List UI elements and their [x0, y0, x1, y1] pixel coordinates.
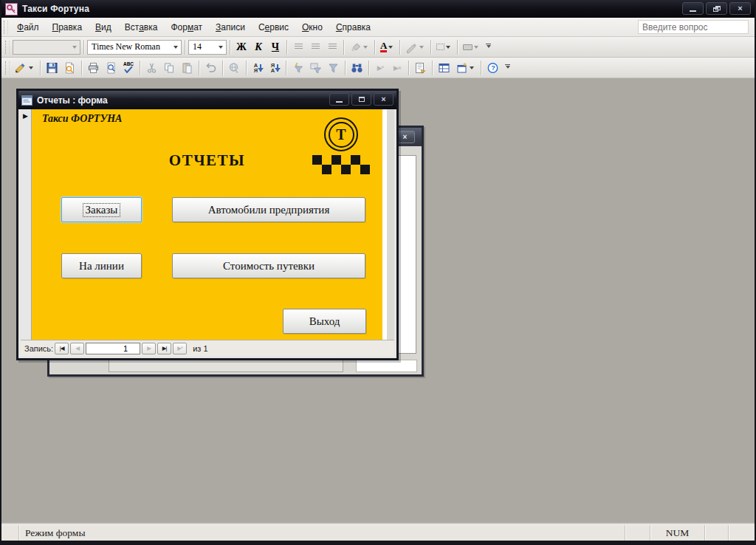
spelling-icon: ABC — [123, 62, 134, 73]
close-button[interactable]: × — [729, 2, 751, 15]
bold-button[interactable]: Ж — [233, 39, 250, 55]
sort-descending-button[interactable]: ЯА — [267, 60, 283, 76]
italic-button[interactable]: К — [250, 39, 267, 55]
menu-records[interactable]: Записи — [209, 19, 252, 35]
apply-filter-button[interactable] — [325, 60, 342, 76]
on-line-button[interactable]: На линии — [61, 253, 142, 278]
mdi-workspace: × Отчеты : форма × — [1, 78, 755, 524]
cut-button[interactable] — [143, 60, 160, 76]
line-color-pen-icon — [405, 41, 418, 53]
align-center-icon — [312, 44, 320, 50]
sort-ascending-button[interactable]: АЯ — [250, 60, 266, 76]
help-button[interactable]: ? — [484, 60, 501, 76]
menu-insert[interactable]: Вставка — [118, 19, 165, 35]
menu-file[interactable]: Файл — [10, 19, 46, 35]
trip-cost-button[interactable]: Стоимость путевки — [172, 253, 365, 278]
properties-button[interactable] — [412, 60, 429, 76]
print-button[interactable] — [85, 60, 102, 76]
app-titlebar: Такси Фортуна × — [1, 0, 755, 18]
status-bar: Режим формы NUM — [1, 524, 755, 541]
copy-button[interactable] — [161, 60, 178, 76]
reports-window-titlebar[interactable]: Отчеты : форма × — [18, 91, 396, 109]
record-selector[interactable]: ▶ — [21, 109, 32, 340]
menu-help[interactable]: Справка — [329, 19, 377, 35]
file-search-icon — [63, 62, 76, 74]
menu-view[interactable]: Вид — [89, 19, 118, 35]
status-left-cell — [1, 525, 19, 541]
border-style-button[interactable] — [434, 39, 454, 55]
status-cell — [625, 525, 650, 541]
copy-icon — [163, 62, 176, 74]
close-button[interactable]: × — [374, 93, 394, 106]
font-color-button[interactable]: A — [378, 39, 396, 55]
first-record-button[interactable]: |◀ — [55, 343, 69, 354]
toolbar-grip[interactable] — [5, 61, 10, 75]
next-record-button[interactable]: ▶ — [142, 343, 156, 354]
line-color-button[interactable] — [403, 39, 427, 55]
spelling-button[interactable]: ABC — [120, 60, 137, 76]
orders-button[interactable]: Заказы — [61, 197, 142, 222]
menu-edit[interactable]: Правка — [46, 19, 89, 35]
menu-grip[interactable] — [4, 21, 8, 34]
maximize-button[interactable] — [351, 93, 371, 106]
record-count-label: из 1 — [193, 344, 207, 353]
save-button[interactable] — [44, 60, 61, 76]
current-record-input[interactable] — [86, 343, 140, 354]
object-combo[interactable] — [13, 40, 80, 55]
new-record-button[interactable]: ▶* — [372, 60, 388, 76]
new-record-button[interactable]: ▶* — [173, 343, 187, 354]
formatting-toolbar: Times New Roman 14 Ж К Ч A — [1, 37, 755, 58]
undo-button[interactable] — [202, 60, 219, 76]
new-object-icon — [456, 62, 468, 74]
fill-color-button[interactable] — [347, 39, 371, 55]
status-mode-text: Режим формы — [19, 527, 625, 539]
svg-text:?: ? — [491, 64, 495, 72]
restore-button[interactable] — [706, 2, 727, 15]
toolbar-options-chevron[interactable] — [484, 38, 493, 56]
menu-service[interactable]: Сервис — [252, 19, 295, 35]
view-design-button[interactable] — [13, 60, 37, 76]
align-right-button[interactable] — [324, 39, 340, 55]
underline-button[interactable]: Ч — [267, 39, 284, 55]
ask-question-box[interactable] — [638, 20, 749, 34]
hyperlink-button[interactable] — [226, 60, 243, 76]
exit-button[interactable]: Выход — [283, 309, 366, 334]
minimize-button[interactable] — [682, 2, 704, 15]
brand-label: Такси ФОРТУНА — [42, 113, 122, 125]
minimize-button[interactable] — [329, 93, 349, 106]
filter-by-selection-button[interactable] — [289, 60, 306, 76]
file-search-button[interactable] — [61, 60, 78, 76]
font-name-combo[interactable]: Times New Roman — [87, 40, 182, 55]
align-center-button[interactable] — [307, 39, 323, 55]
new-object-button[interactable] — [453, 60, 478, 76]
form-icon — [21, 95, 32, 106]
menu-window[interactable]: Окно — [295, 19, 329, 35]
ask-question-input[interactable] — [639, 22, 756, 32]
filter-by-form-button[interactable] — [307, 60, 324, 76]
special-effect-button[interactable] — [461, 39, 482, 55]
find-button[interactable] — [348, 60, 365, 76]
app-title: Такси Фортуна — [22, 4, 89, 14]
reports-window[interactable]: Отчеты : форма × ▶ Такси ФОРТУНА ОТЧЕТЫ … — [16, 89, 399, 360]
print-preview-button[interactable] — [103, 60, 120, 76]
print-icon — [87, 62, 100, 74]
last-record-button[interactable]: ▶| — [157, 343, 171, 354]
paste-button[interactable] — [179, 60, 196, 76]
status-cell — [728, 525, 755, 541]
delete-record-icon: ▶× — [394, 64, 401, 72]
previous-record-button[interactable]: ◀ — [70, 343, 84, 354]
toolbar-grip[interactable] — [5, 41, 10, 54]
company-cars-button[interactable]: Автомобили предприятия — [172, 197, 365, 222]
font-size-combo[interactable]: 14 — [188, 40, 227, 55]
background-status-area — [356, 360, 417, 372]
new-record-icon: ▶* — [377, 64, 383, 72]
menu-format[interactable]: Формат — [164, 19, 209, 35]
toolbar-options-chevron[interactable] — [503, 59, 512, 77]
delete-record-button[interactable]: ▶× — [389, 60, 405, 76]
record-nav-label: Запись: — [24, 344, 53, 353]
database-window-button[interactable] — [436, 60, 453, 76]
status-cell — [704, 525, 728, 541]
scissors-icon — [145, 62, 158, 74]
align-left-button[interactable] — [290, 39, 306, 55]
background-record-nav-area — [109, 360, 343, 372]
